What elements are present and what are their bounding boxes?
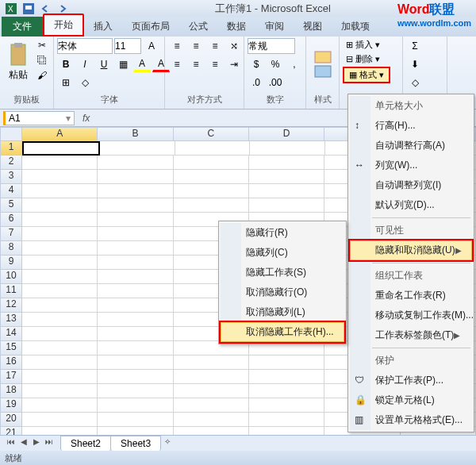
row-header[interactable]: 20: [0, 413, 22, 427]
submenu-hide-rows[interactable]: 隐藏行(R): [221, 223, 344, 243]
cell[interactable]: [22, 398, 98, 413]
row-header[interactable]: 8: [0, 241, 22, 256]
tab-home[interactable]: 开始: [43, 13, 84, 37]
cell[interactable]: [98, 256, 173, 270]
menu-autofit-col[interactable]: 自动调整列宽(I): [350, 175, 472, 195]
paste-button[interactable]: 粘贴: [3, 38, 33, 86]
row-header[interactable]: 11: [0, 284, 22, 298]
align-left-icon[interactable]: ≡: [168, 56, 186, 72]
cell[interactable]: [22, 298, 98, 313]
submenu-unhide-sheet[interactable]: 取消隐藏工作表(H)...: [221, 322, 344, 342]
cell[interactable]: [22, 355, 98, 370]
menu-col-width[interactable]: ↔列宽(W)...: [350, 156, 472, 175]
fill-down-icon[interactable]: ⬇: [406, 56, 424, 72]
menu-protect-sheet[interactable]: 🛡保护工作表(P)...: [350, 371, 472, 390]
cell[interactable]: [22, 241, 98, 256]
cell[interactable]: [98, 384, 173, 398]
row-header[interactable]: 13: [0, 313, 22, 327]
cell[interactable]: [22, 256, 98, 270]
number-format-select[interactable]: [248, 38, 295, 54]
tab-layout[interactable]: 页面布局: [122, 17, 179, 37]
row-header[interactable]: 14: [0, 327, 22, 341]
cut-icon[interactable]: ✂: [34, 38, 50, 52]
cell[interactable]: [249, 170, 324, 184]
cell[interactable]: [22, 198, 98, 213]
cells-delete-button[interactable]: ⊟删除 ▾: [343, 52, 390, 66]
styles-icon[interactable]: [313, 50, 332, 82]
cell[interactable]: [98, 413, 173, 427]
cell[interactable]: [22, 384, 98, 398]
align-center-icon[interactable]: ≡: [187, 56, 205, 72]
row-header[interactable]: 5: [0, 198, 22, 213]
cell[interactable]: [98, 313, 173, 327]
name-box[interactable]: A1▾: [3, 111, 75, 125]
clear-icon[interactable]: ◇: [406, 75, 424, 90]
row-header[interactable]: 15: [0, 341, 22, 355]
border-icon-2[interactable]: ⊞: [57, 75, 75, 90]
cell[interactable]: [22, 341, 98, 355]
cell[interactable]: [249, 413, 324, 427]
cell[interactable]: [22, 227, 98, 241]
submenu-hide-cols[interactable]: 隐藏列(C): [221, 243, 344, 263]
col-header-a[interactable]: A: [22, 127, 98, 141]
cell[interactable]: [174, 370, 249, 384]
submenu-unhide-rows[interactable]: 取消隐藏行(O): [221, 282, 344, 302]
cell[interactable]: [249, 384, 324, 398]
row-header[interactable]: 7: [0, 227, 22, 241]
cell[interactable]: [249, 355, 324, 370]
comma-icon[interactable]: ,: [286, 56, 303, 72]
col-header-b[interactable]: B: [98, 127, 173, 141]
cell[interactable]: [22, 141, 100, 156]
cell[interactable]: [98, 327, 173, 341]
indent-icon[interactable]: ⇥: [225, 56, 243, 72]
cell[interactable]: [98, 213, 173, 227]
col-header-d[interactable]: D: [249, 127, 324, 141]
font-size-select[interactable]: [114, 38, 141, 54]
border-icon[interactable]: ▦: [114, 56, 132, 72]
row-header[interactable]: 1: [0, 141, 22, 156]
bold-icon[interactable]: B: [57, 56, 75, 72]
orientation-icon[interactable]: ⤭: [225, 38, 243, 54]
cell[interactable]: [98, 198, 173, 213]
cell[interactable]: [22, 413, 98, 427]
row-header[interactable]: 12: [0, 298, 22, 313]
cell[interactable]: [174, 413, 249, 427]
cell[interactable]: [98, 298, 173, 313]
cell[interactable]: [22, 156, 98, 170]
tab-formulas[interactable]: 公式: [179, 17, 217, 37]
align-top-icon[interactable]: ≡: [168, 38, 186, 54]
row-header[interactable]: 3: [0, 170, 22, 184]
cell[interactable]: [249, 398, 324, 413]
autosum-icon[interactable]: Σ: [406, 38, 424, 54]
tab-view[interactable]: 视图: [294, 17, 332, 37]
cell[interactable]: [98, 227, 173, 241]
copy-icon[interactable]: ⿻: [34, 53, 50, 67]
cell[interactable]: [22, 270, 98, 284]
new-sheet-icon[interactable]: ✧: [161, 437, 174, 450]
row-header[interactable]: 6: [0, 213, 22, 227]
decrease-decimal-icon[interactable]: .00: [267, 75, 284, 90]
align-bot-icon[interactable]: ≡: [206, 38, 224, 54]
cell[interactable]: [98, 341, 173, 355]
submenu-hide-sheet[interactable]: 隐藏工作表(S): [221, 263, 344, 282]
cell[interactable]: [250, 141, 325, 156]
cell[interactable]: [98, 156, 173, 170]
cells-insert-button[interactable]: ⊞插入 ▾: [343, 38, 390, 52]
cells-format-button[interactable]: ▦格式 ▾: [343, 67, 390, 83]
menu-row-height[interactable]: ↕行高(H)...: [350, 116, 472, 136]
currency-icon[interactable]: $: [248, 56, 265, 72]
row-header[interactable]: 2: [0, 156, 22, 170]
row-header[interactable]: 18: [0, 384, 22, 398]
fill-color-icon[interactable]: A: [133, 56, 151, 72]
cell[interactable]: [249, 370, 324, 384]
cell[interactable]: [98, 170, 173, 184]
cell[interactable]: [98, 241, 173, 256]
cell[interactable]: [98, 398, 173, 413]
cell[interactable]: [174, 198, 249, 213]
cell[interactable]: [174, 384, 249, 398]
cell[interactable]: [22, 370, 98, 384]
col-header-c[interactable]: C: [174, 127, 249, 141]
tab-review[interactable]: 审阅: [255, 17, 294, 37]
cell[interactable]: [22, 284, 98, 298]
cell[interactable]: [249, 156, 324, 170]
